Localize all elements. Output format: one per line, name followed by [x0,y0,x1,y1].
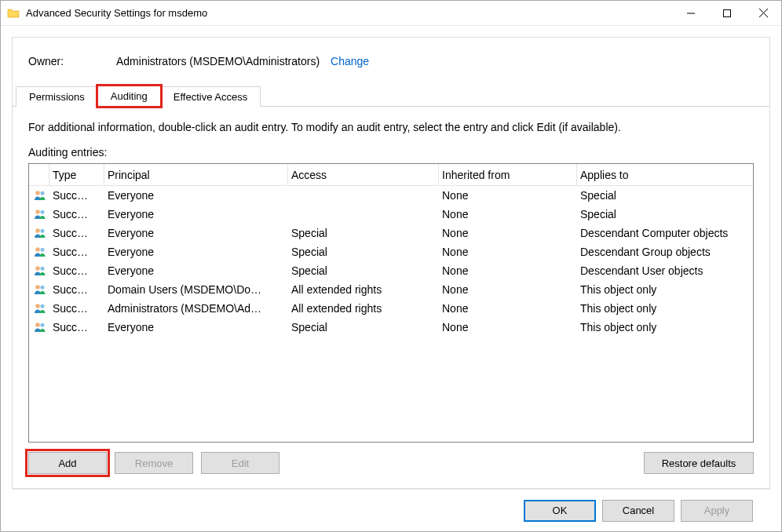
table-row[interactable]: Succ…EveryoneNoneSpecial [29,186,753,205]
list-label: Auditing entries: [13,141,769,163]
cell-inherited: None [439,321,577,333]
auditing-table: Type Principal Access Inherited from App… [28,163,754,443]
column-access[interactable]: Access [288,164,439,185]
tab-auditing[interactable]: Auditing [97,86,161,107]
cell-principal: Domain Users (MSDEMO\Do… [104,283,288,296]
table-row[interactable]: Succ…EveryoneSpecialNoneDescendant Group… [29,242,753,261]
column-principal[interactable]: Principal [104,164,288,185]
svg-point-17 [41,304,45,308]
cell-inherited: None [439,283,577,296]
owner-change-link[interactable]: Change [331,55,369,67]
cell-applies: This object only [577,283,753,296]
info-text: For additional information, double-click… [13,107,769,141]
ok-button[interactable]: OK [524,500,596,522]
svg-point-19 [41,323,45,327]
table-row[interactable]: Succ…Domain Users (MSDEMO\Do…All extende… [29,280,753,299]
group-icon [29,246,49,257]
owner-label: Owner: [28,55,116,67]
column-applies[interactable]: Applies to [577,164,753,185]
table-row[interactable]: Succ…EveryoneNoneSpecial [29,205,753,224]
remove-button: Remove [115,452,193,474]
svg-point-18 [35,322,40,327]
svg-point-8 [35,228,40,233]
cell-principal: Everyone [104,227,288,239]
column-icon[interactable] [29,164,49,185]
cell-type: Succ… [49,189,104,202]
svg-point-6 [35,210,40,214]
group-icon [29,190,49,201]
content-area: Owner: Administrators (MSDEMO\Administra… [1,26,781,531]
cell-type: Succ… [49,302,104,315]
svg-point-16 [35,304,40,308]
cell-inherited: None [439,246,577,258]
cell-inherited: None [439,189,577,202]
table-row[interactable]: Succ…Administrators (MSDEMO\Ad…All exten… [29,299,753,318]
inner-panel: Owner: Administrators (MSDEMO\Administra… [12,37,770,489]
cell-type: Succ… [49,208,104,220]
cell-principal: Everyone [104,208,288,220]
cell-access: All extended rights [288,302,439,315]
svg-point-14 [35,285,40,290]
apply-button: Apply [681,500,753,522]
cell-applies: Descendant Group objects [577,246,753,258]
group-icon [29,265,49,276]
cell-principal: Everyone [104,321,288,333]
minimize-button[interactable] [673,1,709,25]
table-row[interactable]: Succ…EveryoneSpecialNoneDescendant User … [29,261,753,280]
dialog-footer: OK Cancel Apply [12,489,770,531]
svg-point-4 [35,191,40,195]
close-button[interactable] [745,1,781,25]
group-icon [29,303,49,314]
cell-type: Succ… [49,283,104,296]
cell-inherited: None [439,264,577,277]
table-row[interactable]: Succ…EveryoneSpecialNoneThis object only [29,318,753,337]
cell-inherited: None [439,208,577,220]
group-icon [29,284,49,295]
maximize-button[interactable] [709,1,745,25]
cell-inherited: None [439,302,577,315]
owner-row: Owner: Administrators (MSDEMO\Administra… [13,38,769,85]
cancel-button[interactable]: Cancel [602,500,674,522]
window-controls [673,1,781,25]
group-icon [29,209,49,220]
cell-type: Succ… [49,246,104,258]
tab-effective-access[interactable]: Effective Access [160,86,261,107]
cell-principal: Everyone [104,189,288,202]
svg-point-15 [41,286,45,290]
cell-applies: This object only [577,321,753,333]
svg-rect-1 [724,9,731,16]
owner-value: Administrators (MSDEMO\Administrators) [116,55,320,67]
column-inherited[interactable]: Inherited from [439,164,577,185]
cell-applies: This object only [577,302,753,315]
svg-point-7 [41,210,45,214]
cell-access: Special [288,246,439,258]
cell-applies: Descendant User objects [577,264,753,277]
cell-applies: Special [577,208,753,220]
svg-point-13 [41,267,45,271]
titlebar: Advanced Security Settings for msdemo [1,1,781,26]
svg-point-11 [41,248,45,252]
column-type[interactable]: Type [49,164,104,185]
svg-point-5 [41,191,45,195]
cell-access: Special [288,321,439,333]
folder-icon [7,7,20,20]
action-row: Add Remove Edit Restore defaults [13,452,769,488]
svg-point-10 [35,247,40,252]
cell-type: Succ… [49,264,104,277]
cell-principal: Everyone [104,246,288,258]
tab-permissions[interactable]: Permissions [16,86,98,107]
cell-type: Succ… [49,321,104,333]
add-button[interactable]: Add [28,452,107,474]
restore-defaults-button[interactable]: Restore defaults [644,452,754,474]
cell-access: All extended rights [288,283,439,296]
tab-bar: Permissions Auditing Effective Access [13,85,769,107]
svg-point-9 [41,229,45,233]
table-body: Succ…EveryoneNoneSpecialSucc…EveryoneNon… [29,186,753,337]
window: Advanced Security Settings for msdemo Ow… [0,0,782,532]
cell-principal: Administrators (MSDEMO\Ad… [104,302,288,315]
cell-access: Special [288,227,439,239]
cell-inherited: None [439,227,577,239]
table-row[interactable]: Succ…EveryoneSpecialNoneDescendant Compu… [29,224,753,242]
cell-applies: Descendant Computer objects [577,227,753,239]
svg-point-12 [35,266,40,271]
